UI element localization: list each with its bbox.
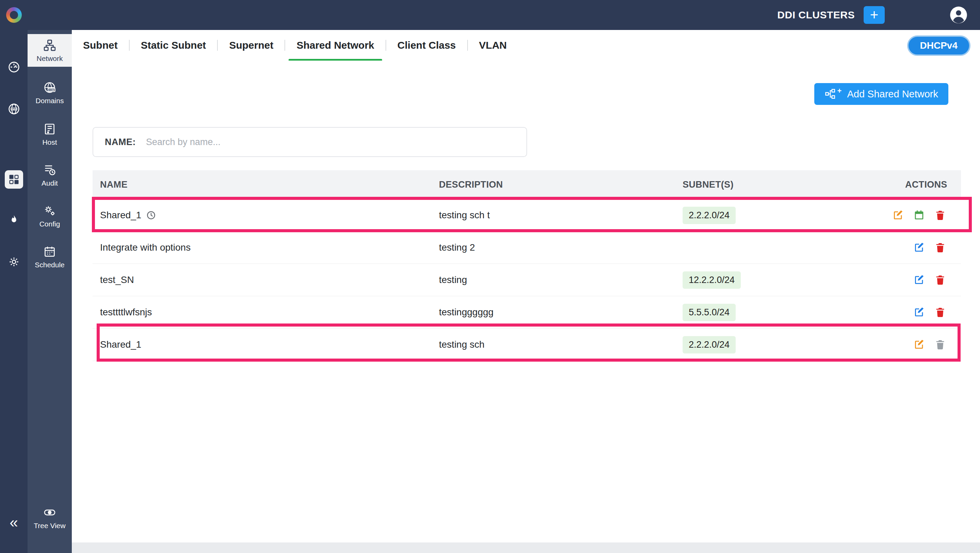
row-name: Shared_1 <box>100 210 141 221</box>
sidebar-label: Host <box>27 138 72 147</box>
analytics-flame-icon[interactable] <box>0 214 27 226</box>
sidebar-label: Schedule <box>27 261 72 269</box>
sidebar-item-domains[interactable]: COM Domains <box>27 81 72 105</box>
edit-icon[interactable] <box>913 306 925 318</box>
ipam-grid-icon[interactable] <box>0 170 27 189</box>
edit-icon[interactable] <box>913 274 925 286</box>
app-root: DDI CLUSTERS + DNS « Net <box>0 0 980 553</box>
tab-static-subnet[interactable]: Static Subnet <box>130 30 218 61</box>
dashboard-gauge-icon[interactable] <box>0 61 27 73</box>
content-card: +Add Shared Network NAME: NAME DESCRIPTI… <box>72 61 980 542</box>
plus-glyph: + <box>837 86 842 96</box>
row-description: testing 2 <box>431 242 675 253</box>
table-body: Shared_1 testing sch t 2.2.2.0/24 Integr… <box>92 199 961 361</box>
sidebar-item-tree-view[interactable]: Tree View <box>27 506 72 530</box>
sidebar-item-config[interactable]: Config <box>27 204 72 228</box>
sidebar-label: Network <box>27 54 72 63</box>
host-server-icon <box>43 123 56 135</box>
tree-view-toggle-icon <box>43 506 56 519</box>
sidebar-label: Audit <box>27 179 72 187</box>
row-name: testtttlwfsnjs <box>100 307 152 318</box>
collapse-sidebar-chevron-icon[interactable]: « <box>0 515 27 530</box>
row-actions <box>898 242 961 253</box>
settings-gear-icon[interactable] <box>0 255 27 268</box>
clock-icon <box>146 210 156 220</box>
subnet-badge: 12.2.2.0/24 <box>682 271 741 289</box>
column-header-subnets: SUBNET(S) <box>675 180 898 190</box>
delete-icon[interactable] <box>934 274 946 286</box>
table-row: Shared_1 testing sch t 2.2.2.0/24 <box>92 199 961 231</box>
svg-text:COM: COM <box>49 89 54 91</box>
row-actions <box>898 274 961 286</box>
subnet-badge: 5.5.5.0/24 <box>682 304 736 321</box>
sidebar-item-audit[interactable]: Audit <box>27 163 72 187</box>
column-header-name: NAME <box>92 180 431 190</box>
delete-icon[interactable] <box>934 242 946 253</box>
sidebar-label: Tree View <box>27 522 72 530</box>
edit-icon[interactable] <box>892 209 904 221</box>
topbar-right: DDI CLUSTERS + <box>777 0 968 30</box>
user-avatar-icon[interactable] <box>950 6 968 24</box>
search-name-label: NAME: <box>105 137 136 147</box>
table-row: test_SN testing 12.2.2.0/24 <box>92 264 961 296</box>
subnet-badge: 2.2.2.0/24 <box>682 207 736 224</box>
ipam-active-tile <box>5 170 23 189</box>
dns-globe-icon[interactable]: DNS <box>0 102 27 115</box>
row-actions <box>898 209 961 221</box>
tab-supernet[interactable]: Supernet <box>218 30 285 61</box>
name-search-box: NAME: <box>92 127 527 157</box>
network-sitemap-icon <box>43 39 56 52</box>
table-row: testtttlwfsnjs testingggggg 5.5.5.0/24 <box>92 296 961 328</box>
network-plus-icon <box>824 88 836 100</box>
row-name: test_SN <box>100 274 134 285</box>
row-actions <box>898 306 961 318</box>
edit-icon[interactable] <box>913 242 925 253</box>
search-input[interactable] <box>145 137 520 148</box>
sidebar: Network COM Domains Host Audit Config Sc… <box>27 30 72 553</box>
row-description: testingggggg <box>431 307 675 318</box>
edit-icon[interactable] <box>913 339 925 351</box>
tab-vlan[interactable]: VLAN <box>468 30 518 61</box>
add-cluster-button[interactable]: + <box>864 6 885 24</box>
subnet-badge: 2.2.2.0/24 <box>682 336 736 354</box>
calendar-icon[interactable] <box>913 209 925 221</box>
delete-icon[interactable] <box>934 209 946 221</box>
row-name: Shared_1 <box>100 339 141 350</box>
sidebar-label: Domains <box>27 97 72 105</box>
table-row: Shared_1 testing sch 2.2.2.0/24 <box>92 328 961 361</box>
sidebar-item-host[interactable]: Host <box>27 123 72 147</box>
column-header-actions: ACTIONS <box>898 180 961 190</box>
shared-network-table: NAME DESCRIPTION SUBNET(S) ACTIONS Share… <box>92 170 961 361</box>
tab-subnet[interactable]: Subnet <box>72 30 129 61</box>
add-shared-network-label: Add Shared Network <box>847 89 938 100</box>
row-actions <box>898 339 961 351</box>
row-description: testing sch <box>431 339 675 350</box>
svg-text:DNS: DNS <box>11 108 16 110</box>
add-shared-network-button[interactable]: +Add Shared Network <box>814 83 948 105</box>
domains-globe-icon: COM <box>43 81 56 94</box>
topbar: DDI CLUSTERS + <box>0 0 980 30</box>
table-row: Integrate with options testing 2 <box>92 231 961 264</box>
tab-shared-network[interactable]: Shared Network <box>285 30 385 61</box>
icon-rail: DNS « <box>0 30 27 553</box>
row-name: Integrate with options <box>100 242 191 253</box>
dhcpv4-badge[interactable]: DHCPv4 <box>907 35 970 56</box>
delete-icon[interactable] <box>934 339 946 351</box>
main-content: Subnet Static Subnet Supernet Shared Net… <box>72 30 980 553</box>
tab-client-class[interactable]: Client Class <box>386 30 467 61</box>
table-header-row: NAME DESCRIPTION SUBNET(S) ACTIONS <box>92 170 961 199</box>
sidebar-item-network[interactable]: Network <box>27 34 72 67</box>
ddi-clusters-label: DDI CLUSTERS <box>777 9 855 21</box>
config-gears-icon <box>43 204 56 217</box>
tab-bar: Subnet Static Subnet Supernet Shared Net… <box>72 30 980 61</box>
row-description: testing <box>431 274 675 285</box>
schedule-calendar-icon <box>43 245 56 258</box>
sidebar-item-schedule[interactable]: Schedule <box>27 245 72 269</box>
column-header-description: DESCRIPTION <box>431 180 675 190</box>
row-description: testing sch t <box>431 210 675 221</box>
app-logo-icon[interactable] <box>6 7 22 23</box>
delete-icon[interactable] <box>934 306 946 318</box>
sidebar-label: Config <box>27 220 72 228</box>
audit-log-icon <box>43 163 56 176</box>
